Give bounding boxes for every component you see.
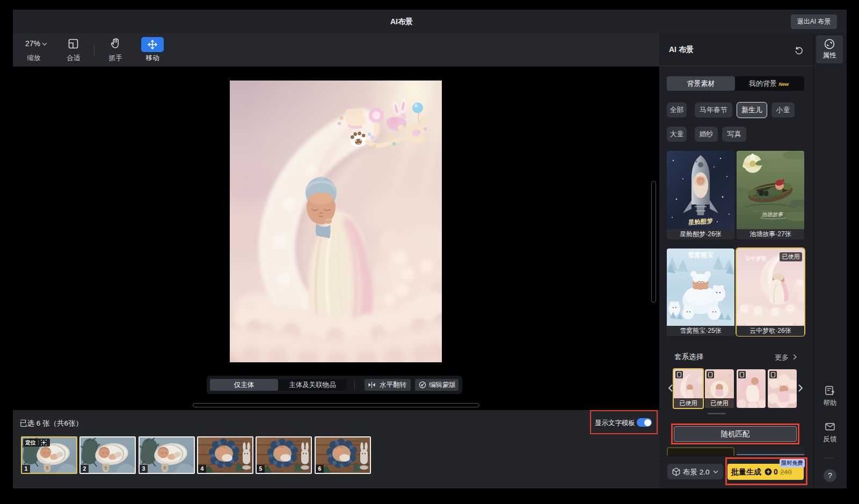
svg-text:云中梦歌: 云中梦歌 xyxy=(745,255,767,261)
svg-text:?: ? xyxy=(831,390,834,396)
svg-text:雪窝熊宝: 雪窝熊宝 xyxy=(688,251,714,259)
svg-text:池塘故事: 池塘故事 xyxy=(761,211,784,217)
svg-text:已使用: 已使用 xyxy=(680,400,697,406)
svg-text:已使用: 已使用 xyxy=(711,400,729,406)
